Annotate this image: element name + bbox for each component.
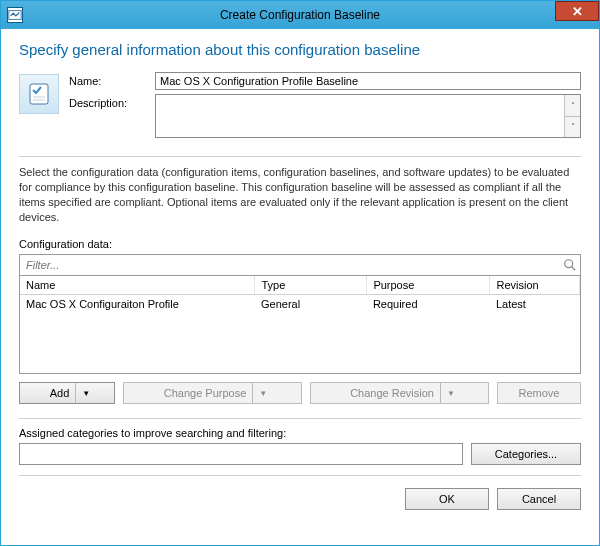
general-info-form: Name: Description: ˄ ˅ <box>19 72 581 142</box>
cell-revision: Latest <box>490 295 580 314</box>
dialog-footer: OK Cancel <box>19 488 581 510</box>
description-label: Description: <box>69 94 155 109</box>
dialog-window: Create Configuration Baseline ✕ Specify … <box>0 0 600 546</box>
config-data-grid[interactable]: Name Type Purpose Revision Mac OS X Conf… <box>19 276 581 374</box>
scroll-down-icon[interactable]: ˅ <box>565 117 580 138</box>
svg-point-4 <box>565 260 573 268</box>
ok-label: OK <box>439 493 455 505</box>
name-label: Name: <box>69 72 155 87</box>
app-icon <box>7 7 23 23</box>
svg-rect-1 <box>30 84 48 104</box>
separator <box>19 418 581 419</box>
separator <box>19 156 581 157</box>
assigned-categories-label: Assigned categories to improve searching… <box>19 427 581 439</box>
checklist-icon <box>27 82 51 106</box>
titlebar: Create Configuration Baseline ✕ <box>1 1 599 29</box>
page-heading: Specify general information about this c… <box>19 41 581 58</box>
config-data-label: Configuration data: <box>19 238 581 250</box>
cell-type: General <box>255 295 367 314</box>
table-row[interactable]: Mac OS X Configuraiton Profile General R… <box>20 295 580 314</box>
name-input[interactable] <box>155 72 581 90</box>
add-button[interactable]: Add ▼ <box>19 382 115 404</box>
svg-line-5 <box>572 267 576 271</box>
ok-button[interactable]: OK <box>405 488 489 510</box>
change-purpose-label: Change Purpose <box>164 387 247 399</box>
filter-box <box>19 254 581 276</box>
add-button-label: Add <box>50 387 70 399</box>
cell-name: Mac OS X Configuraiton Profile <box>20 295 255 314</box>
close-button[interactable]: ✕ <box>555 1 599 21</box>
baseline-icon <box>8 8 22 22</box>
change-revision-label: Change Revision <box>350 387 434 399</box>
remove-button[interactable]: Remove <box>497 382 581 404</box>
grid-header-row: Name Type Purpose Revision <box>20 276 580 295</box>
description-scroll[interactable]: ˄ ˅ <box>564 95 580 137</box>
categories-button[interactable]: Categories... <box>471 443 581 465</box>
form-icon <box>19 74 59 114</box>
col-type[interactable]: Type <box>255 276 367 295</box>
col-revision[interactable]: Revision <box>490 276 580 295</box>
chevron-down-icon: ▼ <box>252 383 267 403</box>
categories-label: Categories... <box>495 448 557 460</box>
window-title: Create Configuration Baseline <box>1 8 599 22</box>
separator <box>19 475 581 476</box>
dialog-content: Specify general information about this c… <box>1 29 599 545</box>
change-revision-button[interactable]: Change Revision ▼ <box>310 382 489 404</box>
close-icon: ✕ <box>572 4 583 19</box>
chevron-down-icon: ▼ <box>440 383 455 403</box>
change-purpose-button[interactable]: Change Purpose ▼ <box>123 382 302 404</box>
cancel-button[interactable]: Cancel <box>497 488 581 510</box>
cancel-label: Cancel <box>522 493 556 505</box>
search-icon[interactable] <box>560 258 580 272</box>
filter-input[interactable] <box>20 257 560 273</box>
instructions-text: Select the configuration data (configura… <box>19 165 581 224</box>
config-buttons: Add ▼ Change Purpose ▼ Change Revision ▼… <box>19 382 581 404</box>
col-purpose[interactable]: Purpose <box>367 276 490 295</box>
remove-label: Remove <box>519 387 560 399</box>
cell-purpose: Required <box>367 295 490 314</box>
scroll-up-icon[interactable]: ˄ <box>565 95 580 117</box>
chevron-down-icon: ▼ <box>75 383 90 403</box>
col-name[interactable]: Name <box>20 276 255 295</box>
description-textarea[interactable] <box>156 95 564 137</box>
assigned-categories-field <box>19 443 463 465</box>
